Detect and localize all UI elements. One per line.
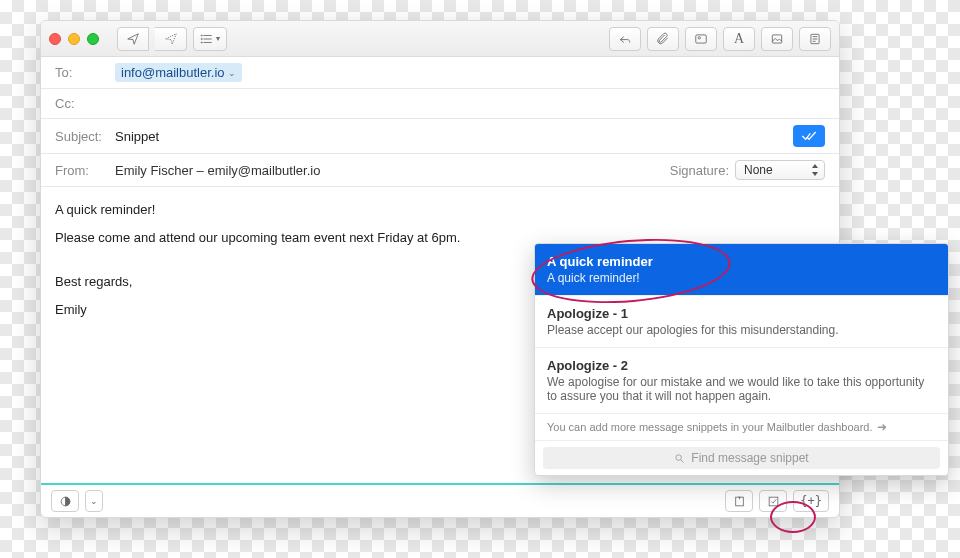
subject-label: Subject: xyxy=(55,129,107,144)
subject-row[interactable]: Subject: Snippet xyxy=(41,119,839,154)
cc-label: Cc: xyxy=(55,96,107,111)
svg-point-3 xyxy=(201,34,202,35)
snippet-hint-text: You can add more message snippets in you… xyxy=(547,421,873,433)
task-button[interactable] xyxy=(759,490,787,512)
tracking-toggle[interactable] xyxy=(793,125,825,147)
template-button[interactable] xyxy=(725,490,753,512)
svg-point-5 xyxy=(201,41,202,42)
snippet-title: Apologize - 2 xyxy=(547,358,936,373)
snippet-title: Apologize - 1 xyxy=(547,306,936,321)
snippets.items.2.preview: We apologise for our mistake and we woul… xyxy=(547,375,936,403)
snippet-icon-label: {+} xyxy=(800,494,822,508)
bottom-toolbar: ⌄ {+} xyxy=(41,483,839,517)
appearance-menu[interactable]: ⌄ xyxy=(85,490,103,512)
body-line: A quick reminder! xyxy=(55,199,825,221)
paper-plane-icon xyxy=(126,32,140,46)
titlebar: ▾ A xyxy=(41,21,839,57)
svg-rect-17 xyxy=(769,497,778,506)
double-check-icon xyxy=(801,130,817,142)
svg-rect-8 xyxy=(772,34,781,42)
photo-icon xyxy=(694,32,708,46)
window-controls xyxy=(49,33,99,45)
notes-button[interactable] xyxy=(799,27,831,51)
from-row: From: Emily Fischer – emily@mailbutler.i… xyxy=(41,154,839,187)
cc-row[interactable]: Cc: xyxy=(41,89,839,119)
attach-button[interactable] xyxy=(647,27,679,51)
snippet-title: A quick reminder xyxy=(547,254,936,269)
markup-button[interactable] xyxy=(761,27,793,51)
paper-plane-outline-icon xyxy=(164,32,178,46)
svg-line-19 xyxy=(681,459,684,462)
from-label: From: xyxy=(55,163,107,178)
template-icon xyxy=(733,495,746,508)
snippet-search-row: Find message snippet xyxy=(535,441,948,475)
text-format-icon: A xyxy=(734,31,744,47)
send-later-button[interactable] xyxy=(155,27,187,51)
snippet-preview: A quick reminder! xyxy=(547,271,936,285)
appearance-button[interactable] xyxy=(51,490,79,512)
snippet-preview: Please accept our apologies for this mis… xyxy=(547,323,936,337)
svg-point-18 xyxy=(676,454,682,460)
reply-icon xyxy=(618,32,632,46)
minimize-window-button[interactable] xyxy=(68,33,80,45)
checkbox-icon xyxy=(767,495,780,508)
note-icon xyxy=(808,32,822,46)
snippet-popover: A quick reminder A quick reminder! Apolo… xyxy=(534,243,949,476)
list-icon xyxy=(200,32,214,46)
snippet-item-selected[interactable]: A quick reminder A quick reminder! xyxy=(535,244,948,296)
chevron-down-icon: ⌄ xyxy=(228,68,236,78)
to-row[interactable]: To: info@mailbutler.io ⌄ xyxy=(41,57,839,89)
chevron-down-icon: ▾ xyxy=(216,34,220,43)
close-window-button[interactable] xyxy=(49,33,61,45)
reply-button[interactable] xyxy=(609,27,641,51)
signature-value: None xyxy=(744,163,773,177)
snippet-hint-row[interactable]: You can add more message snippets in you… xyxy=(535,414,948,441)
svg-point-4 xyxy=(201,38,202,39)
compose-window: ▾ A To: info@mailbutler.io ⌄ Cc: xyxy=(40,20,840,518)
svg-point-7 xyxy=(698,36,700,38)
image-icon xyxy=(770,32,784,46)
svg-rect-6 xyxy=(696,34,707,42)
snippet-search-input[interactable]: Find message snippet xyxy=(543,447,940,469)
snippet-item[interactable]: Apologize - 1 Please accept our apologie… xyxy=(535,296,948,348)
snippet-search-placeholder: Find message snippet xyxy=(691,451,808,465)
signature-label: Signature: xyxy=(670,163,729,178)
signature-select[interactable]: None xyxy=(735,160,825,180)
format-button[interactable]: A xyxy=(723,27,755,51)
snippet-item[interactable]: Apologize - 2 We apologise for our mista… xyxy=(535,348,948,414)
arrow-right-circle-icon: ➜ xyxy=(877,420,887,434)
snippet-button[interactable]: {+} xyxy=(793,490,829,512)
from-value: Emily Fischer – emily@mailbutler.io xyxy=(115,163,320,178)
to-recipient-text: info@mailbutler.io xyxy=(121,65,225,80)
paperclip-icon xyxy=(656,32,670,46)
to-recipient-chip[interactable]: info@mailbutler.io ⌄ xyxy=(115,63,242,82)
to-label: To: xyxy=(55,65,107,80)
zoom-window-button[interactable] xyxy=(87,33,99,45)
search-icon xyxy=(674,453,685,464)
photo-browser-button[interactable] xyxy=(685,27,717,51)
contrast-icon xyxy=(59,495,72,508)
chevron-down-icon: ⌄ xyxy=(90,496,98,506)
send-button[interactable] xyxy=(117,27,149,51)
subject-value: Snippet xyxy=(115,129,159,144)
header-fields-menu[interactable]: ▾ xyxy=(193,27,227,51)
